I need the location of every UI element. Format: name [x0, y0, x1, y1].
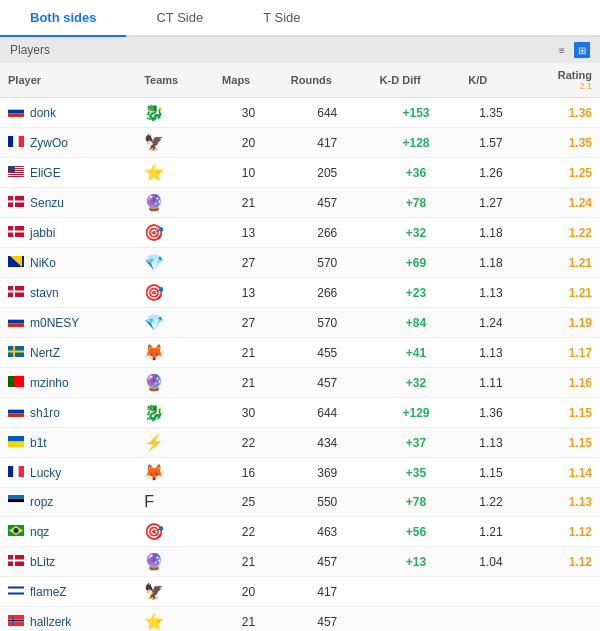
svg-rect-29 — [8, 350, 24, 352]
player-name[interactable]: flameZ — [30, 585, 67, 599]
maps-cell: 21 — [214, 547, 283, 577]
player-cell[interactable]: EliGE — [0, 158, 136, 188]
rating-value: 1.13 — [569, 495, 592, 509]
svg-rect-1 — [8, 109, 24, 113]
player-name[interactable]: stavn — [30, 286, 59, 300]
kd-diff-value: +78 — [406, 495, 426, 509]
kd-diff-value: +37 — [406, 436, 426, 450]
player-name[interactable]: sh1ro — [30, 406, 60, 420]
rating-cell: 1.24 — [522, 188, 600, 218]
tab-both-sides[interactable]: Both sides — [0, 0, 126, 37]
section-header: Players ≡ ⊞ — [0, 37, 600, 63]
player-name[interactable]: b1t — [30, 436, 47, 450]
player-name[interactable]: Senzu — [30, 196, 64, 210]
team-cell: 🔮 — [136, 547, 214, 577]
player-cell[interactable]: stavn — [0, 278, 136, 308]
player-cell[interactable]: hallzerk — [0, 607, 136, 632]
player-cell[interactable]: NiKo — [0, 248, 136, 278]
svg-rect-33 — [8, 409, 24, 413]
player-name[interactable]: jabbi — [30, 226, 55, 240]
player-name[interactable]: donk — [30, 106, 56, 120]
maps-cell: 22 — [214, 428, 283, 458]
tab-t-side[interactable]: T Side — [233, 0, 330, 37]
player-name[interactable]: nqz — [30, 525, 49, 539]
team-logo-icon: 🐉 — [144, 104, 164, 121]
player-name[interactable]: Lucky — [30, 466, 61, 480]
svg-rect-10 — [8, 173, 24, 174]
team-logo-icon: ⭐ — [144, 613, 164, 630]
kd-cell: 1.21 — [460, 517, 521, 547]
list-view-icon[interactable]: ≡ — [554, 42, 570, 58]
table-row: m0NESY 💎27570+841.241.19 — [0, 308, 600, 338]
player-name[interactable]: EliGE — [30, 166, 61, 180]
player-cell[interactable]: Lucky — [0, 458, 136, 488]
flag-icon — [8, 436, 24, 450]
maps-cell: 21 — [214, 368, 283, 398]
player-cell[interactable]: donk — [0, 98, 136, 128]
player-name[interactable]: hallzerk — [30, 615, 71, 629]
grid-view-icon[interactable]: ⊞ — [574, 42, 590, 58]
kd-cell: 1.35 — [460, 98, 521, 128]
kd-diff-value: +78 — [406, 196, 426, 210]
player-name[interactable]: NiKo — [30, 256, 56, 270]
flag-icon — [8, 376, 24, 390]
flag-icon — [8, 585, 24, 599]
rating-value: 1.15 — [569, 406, 592, 420]
svg-rect-23 — [8, 290, 24, 292]
flag-icon — [8, 466, 24, 480]
player-cell[interactable]: sh1ro — [0, 398, 136, 428]
player-name[interactable]: ZywOo — [30, 136, 68, 150]
kd-diff-value: +23 — [406, 286, 426, 300]
player-cell[interactable]: mzinho — [0, 368, 136, 398]
player-name[interactable]: m0NESY — [30, 316, 79, 330]
kd-cell: 1.18 — [460, 248, 521, 278]
tab-ct-side[interactable]: CT Side — [126, 0, 233, 37]
flag-icon — [8, 136, 24, 150]
table-row: ZywOo 🦅20417+1281.571.35 — [0, 128, 600, 158]
kd-cell: 1.11 — [460, 368, 521, 398]
player-name[interactable]: ropz — [30, 495, 53, 509]
player-cell[interactable]: flameZ — [0, 577, 136, 607]
rating-value: 1.22 — [569, 226, 592, 240]
player-cell[interactable]: m0NESY — [0, 308, 136, 338]
player-cell[interactable]: ZywOo — [0, 128, 136, 158]
player-cell[interactable]: Senzu — [0, 188, 136, 218]
table-row: Senzu 🔮21457+781.271.24 — [0, 188, 600, 218]
player-table: Player Teams Maps Rounds K-D Diff K/D Ra… — [0, 63, 600, 631]
player-cell[interactable]: jabbi — [0, 218, 136, 248]
rating-value: 1.36 — [569, 106, 592, 120]
col-header-rounds: Rounds — [283, 63, 372, 98]
player-cell[interactable]: ropz — [0, 488, 136, 517]
player-cell[interactable]: bLitz — [0, 547, 136, 577]
rounds-cell: 457 — [283, 368, 372, 398]
team-cell: 🎯 — [136, 517, 214, 547]
table-row: flameZ 🦅20417 — [0, 577, 600, 607]
rating-value: 1.15 — [569, 436, 592, 450]
table-row: NertZ 🦊21455+411.131.17 — [0, 338, 600, 368]
maps-cell: 16 — [214, 458, 283, 488]
svg-rect-31 — [14, 376, 24, 387]
player-cell[interactable]: nqz — [0, 517, 136, 547]
team-logo-icon: 🦅 — [144, 583, 164, 600]
kd-cell: 1.24 — [460, 308, 521, 338]
svg-rect-24 — [8, 316, 24, 320]
rating-value: 1.12 — [569, 525, 592, 539]
kd-cell: 1.13 — [460, 278, 521, 308]
flag-icon — [8, 346, 24, 360]
rating-cell: 1.16 — [522, 368, 600, 398]
svg-rect-40 — [8, 495, 24, 499]
team-logo-icon: 🔮 — [144, 553, 164, 570]
kd-diff-cell: +78 — [372, 188, 461, 218]
rating-cell: 1.15 — [522, 428, 600, 458]
svg-rect-39 — [19, 466, 24, 477]
player-cell[interactable]: b1t — [0, 428, 136, 458]
player-name[interactable]: NertZ — [30, 346, 60, 360]
rating-value: 1.16 — [569, 376, 592, 390]
player-name[interactable]: mzinho — [30, 376, 69, 390]
player-name[interactable]: bLitz — [30, 555, 55, 569]
flag-icon — [8, 166, 24, 180]
player-cell[interactable]: NertZ — [0, 338, 136, 368]
svg-rect-26 — [8, 323, 24, 327]
table-row: EliGE ⭐10205+361.261.25 — [0, 158, 600, 188]
kd-diff-value: +32 — [406, 376, 426, 390]
